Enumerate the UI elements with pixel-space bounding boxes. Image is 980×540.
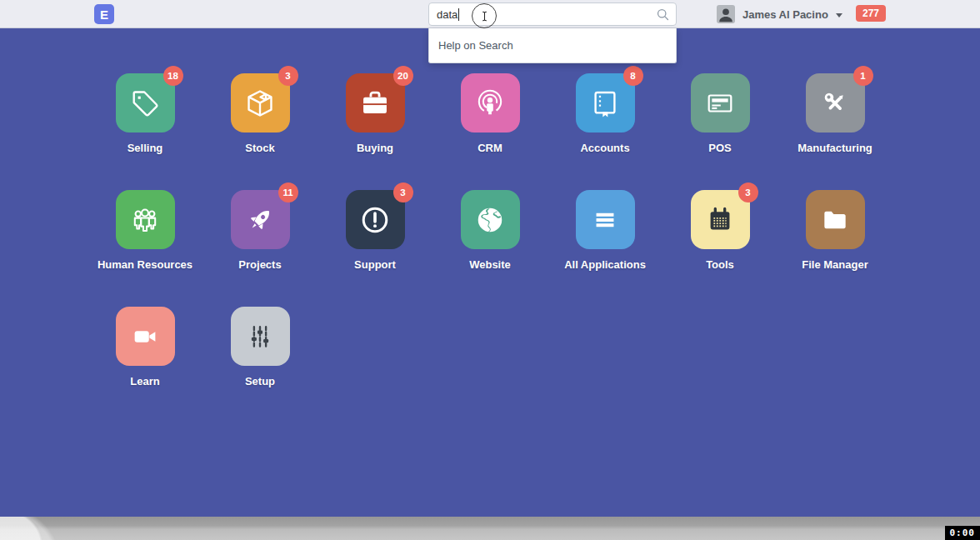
search-input-value: data [437,8,458,21]
app-accounts[interactable]: 8Accounts [548,73,662,190]
notification-badge: 3 [738,182,758,202]
app-label: Projects [202,258,318,271]
target-user-icon [461,73,520,132]
notification-badge: 11 [278,182,298,202]
avatar [717,5,735,23]
app-manufacturing[interactable]: 1Manufacturing [778,73,892,190]
erpnext-desk: E data Help on Search [0,0,980,540]
alert-circle-icon: 3 [346,190,405,249]
home-logo-button[interactable]: E [94,4,114,24]
notification-badge: 18 [163,66,183,86]
video-timestamp: 0:00 [945,526,980,540]
app-setup[interactable]: Setup [202,307,318,423]
notification-badge: 3 [393,182,413,202]
tag-icon: 18 [116,73,175,132]
app-all-applications[interactable]: All Applications [548,190,662,307]
people-group-icon [116,190,175,249]
user-name: James Al Pacino [742,8,828,21]
app-label: Support [318,258,432,271]
app-human-resources[interactable]: Human Resources [88,190,202,307]
app-label: Human Resources [88,258,202,271]
sliders-icon [231,307,290,366]
notification-badge: 8 [623,66,643,86]
notification-badge: 3 [278,66,298,86]
app-pos[interactable]: POS [662,73,778,190]
app-label: All Applications [548,258,662,271]
app-label: POS [662,142,778,154]
wrench-screwdriver-icon: 1 [806,73,865,132]
app-website[interactable]: Website [432,190,548,307]
help-on-search-item[interactable]: Help on Search [429,28,676,62]
app-label: Selling [88,142,202,154]
app-label: CRM [432,142,548,154]
app-label: Tools [662,258,778,271]
app-file-manager[interactable]: File Manager [778,190,892,307]
desktop-background-strip [0,517,980,540]
app-label: Buying [318,142,432,154]
video-camera-icon [116,307,175,366]
notification-badge: 20 [393,66,413,86]
credit-card-icon [691,73,750,132]
menu-bars-icon [576,190,635,249]
desk-area: 18Selling 3Stock 20Buying CRM 8Accounts … [0,28,980,517]
app-label: File Manager [778,258,892,271]
app-buying[interactable]: 20Buying [318,73,432,190]
globe-icon [461,190,520,249]
apps-grid: 18Selling 3Stock 20Buying CRM 8Accounts … [0,73,980,423]
topbar: E data Help on Search [0,0,980,28]
search-input[interactable]: data [428,2,677,26]
user-menu[interactable]: James Al Pacino [717,0,842,28]
ledger-book-icon: 8 [576,73,635,132]
app-learn[interactable]: Learn [88,307,202,423]
search-icon[interactable] [656,8,670,22]
app-label: Setup [202,375,318,388]
calendar-icon: 3 [691,190,750,249]
chevron-down-icon [836,13,842,18]
box-icon: 3 [231,73,290,132]
text-caret [458,8,459,21]
notifications-count-badge[interactable]: 277 [856,5,886,22]
app-support[interactable]: 3Support [318,190,432,307]
briefcase-icon: 20 [346,73,405,132]
app-selling[interactable]: 18Selling [88,73,202,190]
global-search: data Help on Search [428,2,677,26]
app-label: Stock [202,142,318,154]
app-stock[interactable]: 3Stock [202,73,318,190]
app-label: Accounts [548,142,662,154]
app-label: Manufacturing [778,142,892,154]
app-projects[interactable]: 11Projects [202,190,318,307]
app-crm[interactable]: CRM [432,73,548,190]
folder-icon [806,190,865,249]
search-dropdown: Help on Search [428,28,677,63]
app-label: Website [432,258,548,271]
rocket-icon: 11 [231,190,290,249]
app-label: Learn [88,375,202,388]
app-tools[interactable]: 3Tools [662,190,778,307]
notification-badge: 1 [853,66,873,86]
